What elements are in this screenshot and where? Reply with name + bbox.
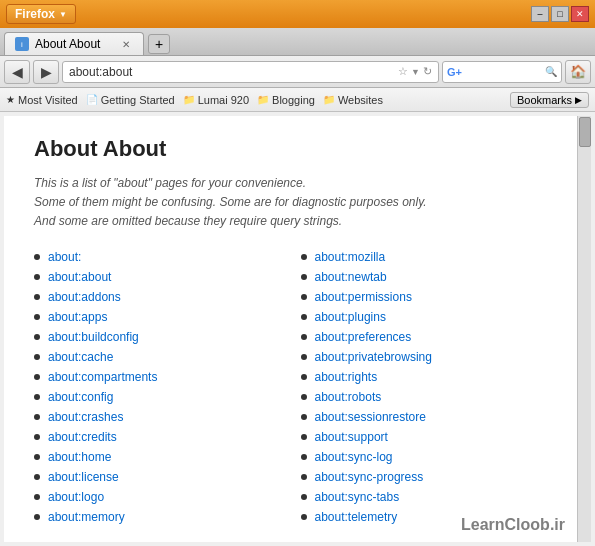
bookmark-blogging[interactable]: 📁 Blogging (257, 94, 315, 106)
google-icon: G+ (447, 66, 462, 78)
bullet-icon (34, 314, 40, 320)
new-tab-button[interactable]: + (148, 34, 170, 54)
dropdown-icon[interactable]: ▼ (411, 67, 420, 77)
bookmarks-bar: ★ Most Visited 📄 Getting Started 📁 Lumai… (0, 88, 595, 112)
firefox-menu-button[interactable]: Firefox (6, 4, 76, 24)
bullet-icon (34, 454, 40, 460)
list-item: about:buildconfig (34, 330, 281, 344)
bullet-icon (301, 394, 307, 400)
list-item: about:rights (301, 370, 548, 384)
active-tab[interactable]: i About About ✕ (4, 32, 144, 55)
list-item: about:permissions (301, 290, 548, 304)
right-links-column: about:mozillaabout:newtababout:permissio… (301, 250, 548, 530)
close-button[interactable]: ✕ (571, 6, 589, 22)
tab-close-button[interactable]: ✕ (119, 37, 133, 51)
getting-started-icon: 📄 (86, 94, 98, 105)
about-link[interactable]: about:apps (48, 310, 107, 324)
intro-line-1: This is a list of "about" pages for your… (34, 174, 547, 193)
blogging-folder-icon: 📁 (257, 94, 269, 105)
bullet-icon (34, 374, 40, 380)
bookmark-lumai[interactable]: 📁 Lumai 920 (183, 94, 249, 106)
address-bar[interactable]: about:about ☆ ▼ ↻ (62, 61, 439, 83)
about-link[interactable]: about:sync-tabs (315, 490, 400, 504)
bookmark-most-visited[interactable]: ★ Most Visited (6, 94, 78, 106)
bookmark-websites-label: Websites (338, 94, 383, 106)
about-link[interactable]: about:compartments (48, 370, 157, 384)
bullet-icon (301, 274, 307, 280)
refresh-icon[interactable]: ↻ (423, 65, 432, 78)
bullet-icon (301, 374, 307, 380)
bullet-icon (301, 314, 307, 320)
about-link[interactable]: about: (48, 250, 81, 264)
about-link[interactable]: about:credits (48, 430, 117, 444)
list-item: about:sync-progress (301, 470, 548, 484)
bullet-icon (301, 494, 307, 500)
about-link[interactable]: about:about (48, 270, 111, 284)
list-item: about:sessionrestore (301, 410, 548, 424)
about-link[interactable]: about:sync-log (315, 450, 393, 464)
about-link[interactable]: about:config (48, 390, 113, 404)
about-link[interactable]: about:crashes (48, 410, 123, 424)
home-button[interactable]: 🏠 (565, 60, 591, 84)
list-item: about:apps (34, 310, 281, 324)
browser-content: About About This is a list of "about" pa… (0, 112, 595, 546)
left-links-column: about:about:aboutabout:addonsabout:appsa… (34, 250, 281, 530)
bullet-icon (34, 394, 40, 400)
back-button[interactable]: ◀ (4, 60, 30, 84)
maximize-button[interactable]: □ (551, 6, 569, 22)
bookmarks-right-label: Bookmarks (517, 94, 572, 106)
list-item: about:about (34, 270, 281, 284)
bookmark-getting-started-label: Getting Started (101, 94, 175, 106)
about-link[interactable]: about:cache (48, 350, 113, 364)
about-link[interactable]: about:addons (48, 290, 121, 304)
forward-button[interactable]: ▶ (33, 60, 59, 84)
list-item: about:compartments (34, 370, 281, 384)
about-link[interactable]: about:mozilla (315, 250, 386, 264)
about-link[interactable]: about:memory (48, 510, 125, 524)
list-item: about:home (34, 450, 281, 464)
minimize-button[interactable]: – (531, 6, 549, 22)
about-link[interactable]: about:sessionrestore (315, 410, 426, 424)
about-link[interactable]: about:license (48, 470, 119, 484)
bullet-icon (301, 454, 307, 460)
bullet-icon (34, 274, 40, 280)
bullet-icon (301, 474, 307, 480)
about-link[interactable]: about:newtab (315, 270, 387, 284)
about-link[interactable]: about:buildconfig (48, 330, 139, 344)
nav-bar: ◀ ▶ about:about ☆ ▼ ↻ G+ 🔍 🏠 (0, 56, 595, 88)
bullet-icon (34, 254, 40, 260)
tab-bar: i About About ✕ + (0, 28, 595, 56)
bookmark-lumai-label: Lumai 920 (198, 94, 249, 106)
window-controls: – □ ✕ (531, 6, 589, 22)
bookmark-websites[interactable]: 📁 Websites (323, 94, 383, 106)
scrollbar-thumb[interactable] (579, 117, 591, 147)
about-link[interactable]: about:sync-progress (315, 470, 424, 484)
about-link[interactable]: about:rights (315, 370, 378, 384)
page-main: About About This is a list of "about" pa… (4, 116, 577, 542)
page-title: About About (34, 136, 547, 162)
about-link[interactable]: about:robots (315, 390, 382, 404)
bookmarks-menu-button[interactable]: Bookmarks ▶ (510, 92, 589, 108)
watermark: LearnCloob.ir (461, 516, 565, 534)
about-link[interactable]: about:preferences (315, 330, 412, 344)
search-submit-icon[interactable]: 🔍 (545, 66, 557, 77)
list-item: about:addons (34, 290, 281, 304)
about-link[interactable]: about:privatebrowsing (315, 350, 432, 364)
about-link[interactable]: about:telemetry (315, 510, 398, 524)
about-link[interactable]: about:home (48, 450, 111, 464)
list-item: about:plugins (301, 310, 548, 324)
scrollbar[interactable] (577, 116, 591, 542)
about-link[interactable]: about:permissions (315, 290, 412, 304)
about-link[interactable]: about:logo (48, 490, 104, 504)
bullet-icon (301, 414, 307, 420)
google-search-bar[interactable]: G+ 🔍 (442, 61, 562, 83)
bullet-icon (34, 414, 40, 420)
tab-favicon-icon: i (15, 37, 29, 51)
about-link[interactable]: about:support (315, 430, 388, 444)
bullet-icon (34, 434, 40, 440)
list-item: about:crashes (34, 410, 281, 424)
bookmark-star-icon[interactable]: ☆ (398, 65, 408, 78)
about-link[interactable]: about:plugins (315, 310, 386, 324)
bookmark-getting-started[interactable]: 📄 Getting Started (86, 94, 175, 106)
title-bar: Firefox – □ ✕ (0, 0, 595, 28)
